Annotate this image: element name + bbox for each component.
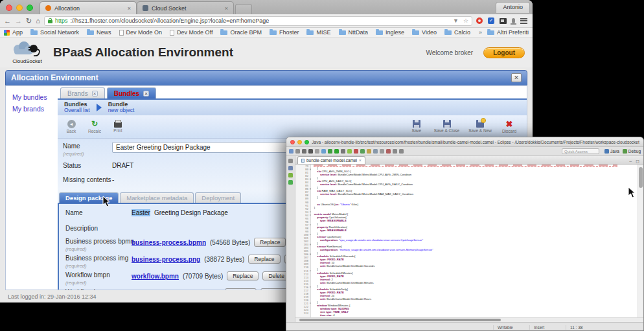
screenshot-extension-icon[interactable]	[500, 18, 507, 24]
stop-icon[interactable]	[354, 149, 358, 154]
vertical-scrollbar[interactable]	[638, 165, 643, 317]
logout-button[interactable]: Logout	[483, 47, 525, 58]
save-new-button[interactable]: Save & New	[468, 120, 492, 133]
print-button[interactable]: Print	[109, 120, 126, 133]
back-icon[interactable]: ←	[4, 17, 11, 25]
sidebar-item-my-brands[interactable]: My brands	[12, 105, 58, 113]
replace-button[interactable]: Replace	[227, 271, 259, 280]
minimize-window-button[interactable]	[297, 140, 302, 144]
browser-tab-cloud-socket[interactable]: Cloud Socket ×	[137, 1, 234, 14]
save-all-icon[interactable]	[302, 149, 306, 154]
file-link-workflow-bpmn[interactable]: workflow.bpmn	[132, 273, 179, 280]
close-window-button[interactable]	[6, 5, 12, 11]
browser-tab-strip: Allocation × Cloud Socket × Antonio	[0, 0, 533, 14]
annotation-icon[interactable]	[386, 149, 391, 154]
forward-history-icon[interactable]	[399, 149, 404, 154]
replace-button[interactable]: Replace	[254, 238, 286, 247]
close-window-button[interactable]	[290, 140, 295, 144]
filter-icon[interactable]: ▼	[453, 17, 459, 24]
address-bar[interactable]: https ://hs21.fhoster.com/cloudsocket/Al…	[44, 16, 472, 26]
tab-close-icon[interactable]: ×	[128, 5, 131, 12]
chrome-menu-icon[interactable]	[520, 18, 527, 24]
tab-close-icon[interactable]: ×	[143, 91, 149, 97]
file-link-workflow-png[interactable]: workflow.png	[132, 290, 173, 290]
bookmark-video[interactable]: Video	[412, 29, 437, 36]
home-icon[interactable]: ⌂	[36, 17, 40, 25]
open-resource-icon[interactable]	[321, 149, 326, 154]
minimize-maximize-icons[interactable]: – ◻	[629, 159, 643, 164]
bookmark-news[interactable]: News	[87, 29, 111, 36]
horizontal-scrollbar[interactable]	[295, 317, 643, 322]
editor-tab-bundle-camel-model[interactable]: bundle-camel-model.camel ×	[297, 156, 365, 164]
build-icon[interactable]	[315, 149, 319, 154]
forward-icon[interactable]: →	[15, 17, 22, 25]
debug-icon[interactable]	[328, 149, 332, 154]
browser-tab-allocation[interactable]: Allocation ×	[40, 1, 137, 14]
save-icon[interactable]	[295, 149, 300, 154]
type-hierarchy-icon[interactable]	[288, 173, 293, 177]
scrollbar-thumb[interactable]	[639, 167, 643, 188]
file-link-business-process-png[interactable]: business-process.png	[132, 256, 200, 263]
bookmark-oracle-bpm[interactable]: Oracle BPM	[220, 29, 262, 36]
bookmark-star-icon[interactable]: ☆	[463, 17, 468, 24]
run-icon[interactable]	[334, 149, 339, 154]
opera-extension-icon[interactable]	[476, 17, 483, 24]
file-link-business-process-bpmn[interactable]: business-process.bpmn	[132, 239, 206, 246]
junit-icon[interactable]	[288, 180, 293, 185]
tab-close-icon[interactable]: ×	[225, 5, 228, 12]
reload-icon[interactable]: ↻	[26, 17, 32, 25]
bookmark-inglese[interactable]: Inglese	[376, 29, 404, 36]
zoom-window-button[interactable]	[305, 140, 309, 144]
bookmark-nttdata[interactable]: NttData	[339, 29, 369, 36]
zoom-window-button[interactable]	[27, 5, 33, 11]
quick-access-input[interactable]: Quick Access	[562, 148, 599, 154]
new-package-icon[interactable]	[367, 149, 371, 154]
debug-perspective-icon	[623, 149, 627, 154]
new-file-icon[interactable]	[289, 149, 293, 154]
bookmark-fhoster[interactable]: Fhoster	[270, 29, 299, 36]
restore-views-icon[interactable]	[288, 159, 293, 163]
checkbox-extension-icon[interactable]: ✓	[488, 17, 494, 24]
replace-button[interactable]: Replace	[248, 255, 280, 264]
externalize-strings-icon[interactable]	[380, 149, 384, 154]
panel-close-button[interactable]: ✕	[511, 73, 522, 82]
recalc-button[interactable]: ↻Recalc	[86, 120, 103, 133]
mic-extension-icon[interactable]	[512, 18, 515, 23]
bookmark-app[interactable]: App	[4, 29, 23, 36]
code-editor[interactable]: 7980818283848586878889909192939495969798…	[295, 165, 643, 317]
coverage-icon[interactable]	[347, 149, 352, 154]
tab-bundles[interactable]: Bundles×	[107, 87, 156, 98]
save-close-button[interactable]: Save & Close	[434, 120, 459, 133]
tab-close-icon[interactable]: ×	[92, 91, 98, 97]
back-button[interactable]: ◄Back	[63, 120, 80, 133]
delete-button[interactable]: Delete	[260, 288, 288, 290]
new-tab-button[interactable]	[235, 4, 252, 14]
replace-button[interactable]: Replace	[225, 288, 257, 290]
discard-button[interactable]: ✖Discard	[501, 120, 518, 133]
bookmark-calcio[interactable]: Calcio	[444, 29, 470, 36]
profile-name-button[interactable]: Antonio	[496, 2, 530, 13]
breadcrumb-overall-list-link[interactable]: Overall list	[64, 108, 90, 113]
back-history-icon[interactable]	[393, 149, 397, 154]
tab-close-icon[interactable]: ×	[359, 158, 362, 163]
bookmark-dev-mode-on[interactable]: Dev Mode On	[119, 29, 163, 36]
bookmark-altri-preferiti[interactable]: Altri Preferiti	[487, 29, 529, 36]
save-button[interactable]: Save	[408, 120, 425, 133]
scrollbar-thumb[interactable]	[299, 319, 501, 321]
tab-marketplace-metadata[interactable]: Marketplace metadata	[120, 192, 194, 203]
tab-brands[interactable]: Brands×	[60, 87, 105, 98]
sidebar-item-my-bundles[interactable]: My bundles	[12, 93, 58, 101]
print-icon[interactable]	[308, 149, 313, 154]
bookmark-mise[interactable]: MISE	[306, 29, 330, 36]
perspective-java[interactable]: Java	[604, 149, 619, 154]
minimize-window-button[interactable]	[16, 5, 23, 11]
package-explorer-icon[interactable]	[288, 166, 293, 170]
new-java-class-icon[interactable]	[360, 149, 365, 154]
bookmark-social-network[interactable]: Social Network	[30, 29, 79, 36]
bookmarks-overflow-icon[interactable]: »	[479, 29, 482, 36]
tab-deployment[interactable]: Deployment	[195, 192, 241, 203]
perspective-debug[interactable]: Debug	[623, 149, 641, 154]
profile-icon[interactable]	[341, 149, 345, 154]
bookmark-dev-mode-off[interactable]: Dev Mode Off	[170, 29, 213, 36]
search-icon[interactable]	[373, 149, 378, 154]
